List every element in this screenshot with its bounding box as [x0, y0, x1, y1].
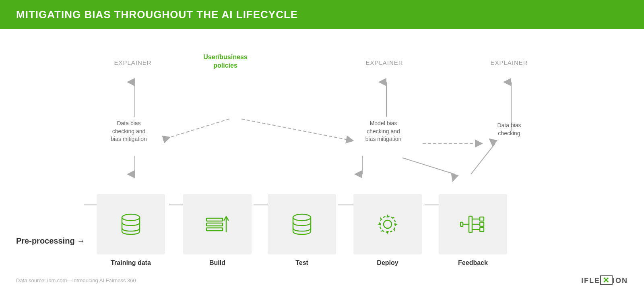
explainer-label-1: EXPLAINER [101, 59, 165, 66]
header: MITIGATING BIAS THROUGHOUT THE AI LIFECY… [0, 0, 644, 29]
data-bias-checking-label: Data biaschecking [477, 122, 541, 137]
svg-rect-26 [480, 217, 484, 221]
stage-label-build: Build [209, 259, 225, 267]
svg-rect-18 [206, 228, 223, 231]
svg-rect-28 [480, 222, 484, 226]
logo-bracket: ✕ [600, 275, 613, 285]
svg-rect-24 [469, 216, 472, 232]
model-bias-label: Model biaschecking andbias mitigation [346, 120, 421, 143]
stage-label-test: Test [295, 259, 308, 267]
footer: Data source: ibm.com—Introducing AI Fair… [16, 275, 628, 285]
preprocessing-label: Pre-processing → [16, 236, 85, 246]
svg-line-12 [163, 119, 229, 139]
stage-label-deploy: Deploy [377, 259, 398, 267]
data-bias-label: Data biaschecking andbias mitigation [95, 120, 163, 143]
stage-deploy: Deploy [353, 194, 422, 254]
svg-line-13 [242, 119, 346, 139]
stage-feedback: Feedback [439, 194, 507, 254]
main-content: EXPLAINER User/businesspolicies EXPLAINE… [0, 29, 644, 290]
user-policy-label: User/businesspolicies [189, 53, 262, 70]
svg-rect-30 [480, 227, 484, 232]
build-icon [203, 210, 231, 238]
svg-point-15 [122, 214, 140, 221]
stage-test: Test [268, 194, 336, 254]
test-database-icon [288, 210, 316, 238]
stage-label-feedback: Feedback [458, 259, 488, 267]
svg-rect-16 [206, 218, 223, 221]
footer-logo: IFLE✕ION [581, 275, 628, 285]
explainer-label-2: EXPLAINER [352, 59, 417, 66]
database-icon [117, 210, 145, 238]
stage-label-training: Training data [111, 259, 151, 267]
footer-source: Data source: ibm.com—Introducing AI Fair… [16, 277, 136, 283]
svg-rect-32 [460, 222, 463, 226]
svg-point-20 [293, 214, 311, 221]
svg-point-23 [380, 216, 396, 232]
svg-point-21 [384, 220, 392, 228]
stage-training-data: Training data [97, 194, 165, 254]
diagram: EXPLAINER User/businesspolicies EXPLAINE… [16, 37, 628, 279]
svg-line-11 [471, 143, 495, 174]
header-title: MITIGATING BIAS THROUGHOUT THE AI LIFECY… [16, 8, 298, 21]
gear-icon [374, 210, 402, 238]
svg-line-10 [402, 158, 455, 174]
feedback-icon [459, 210, 487, 238]
svg-rect-17 [206, 223, 223, 226]
explainer-label-3: EXPLAINER [477, 59, 541, 66]
stage-build: Build [183, 194, 252, 254]
